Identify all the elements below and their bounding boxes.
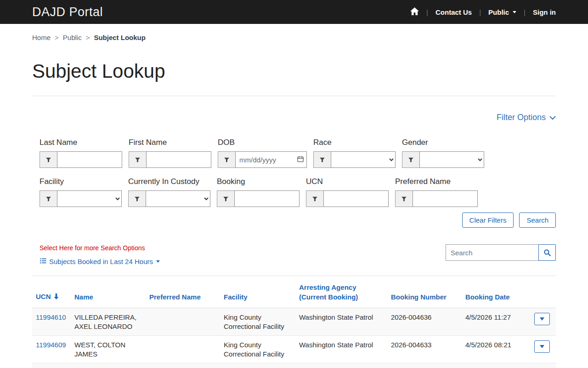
home-icon <box>410 7 419 17</box>
gender-filter-funnel-button[interactable] <box>402 151 419 168</box>
booked-last-24-hours-label: Subjects Booked in Last 24 Hours <box>49 258 153 265</box>
breadcrumb-separator: > <box>86 34 90 41</box>
column-header-arresting-agency[interactable]: Arresting Agency (Current Booking) <box>295 276 387 308</box>
chevron-down-icon <box>540 345 544 348</box>
booking-number-cell: 2026-004633 <box>387 336 462 363</box>
booking-number-cell: 2026-004636 <box>387 308 462 336</box>
race-select[interactable] <box>331 151 396 168</box>
funnel-icon <box>319 157 325 163</box>
home-nav-button[interactable] <box>410 7 419 17</box>
breadcrumb-public[interactable]: Public <box>63 34 82 41</box>
filter-field-booking: Booking <box>217 177 300 207</box>
ucn-link[interactable]: 11994610 <box>36 313 66 321</box>
first-name-input[interactable] <box>146 151 211 168</box>
funnel-icon <box>408 157 414 163</box>
facility-cell: King County Correctional Facility <box>220 308 295 336</box>
facility-cell: King County Correctional Facility <box>220 336 295 363</box>
booking-label: Booking <box>217 177 300 186</box>
public-menu[interactable]: Public <box>488 8 516 16</box>
facility-select[interactable] <box>57 190 122 207</box>
chevron-down-icon <box>540 317 544 321</box>
dob-label: DOB <box>218 138 307 147</box>
preferred-name-cell <box>146 308 220 336</box>
first-name-filter-funnel-button[interactable] <box>129 151 146 168</box>
custody-select[interactable] <box>146 190 210 207</box>
ucn-link[interactable]: 11994609 <box>36 341 66 349</box>
breadcrumb-current: Subject Lookup <box>94 34 146 41</box>
filter-field-gender: Gender <box>402 138 484 168</box>
search-button[interactable]: Search <box>519 213 556 228</box>
filter-field-facility: Facility <box>40 177 122 207</box>
chevron-down-icon <box>156 260 160 263</box>
quick-search-button[interactable] <box>538 244 556 261</box>
facility-filter-funnel-button[interactable] <box>40 190 57 207</box>
gender-select[interactable] <box>419 151 484 168</box>
chevron-down-icon <box>549 113 556 122</box>
gender-label: Gender <box>402 138 484 147</box>
funnel-icon <box>312 196 318 202</box>
breadcrumb-home[interactable]: Home <box>32 34 51 41</box>
booking-filter-funnel-button[interactable] <box>217 190 234 207</box>
agency-cell: Washington State Patrol <box>295 308 387 336</box>
funnel-icon <box>224 157 230 163</box>
contact-us-link[interactable]: Contact Us <box>435 8 472 16</box>
booking-date-cell: 4/5/2026 11:27 <box>462 308 531 336</box>
nav-divider: | <box>479 8 481 16</box>
filter-field-preferred-name: Preferred Name <box>395 177 478 207</box>
column-header-preferred-name[interactable]: Preferred Name <box>146 276 220 308</box>
nav-divider: | <box>426 8 428 16</box>
public-menu-label: Public <box>488 8 509 16</box>
more-search-options-link[interactable]: Select Here for more Search Options <box>40 244 160 252</box>
preferred-name-filter-funnel-button[interactable] <box>395 190 413 207</box>
table-row: 11994610 VILLEDA PEREIRA, AXEL LEONARDO … <box>32 308 556 336</box>
sign-in-link[interactable]: Sign in <box>533 8 556 16</box>
nav-divider: | <box>524 8 526 16</box>
filter-field-dob: DOB <box>218 138 307 168</box>
column-header-ucn[interactable]: UCN <box>32 276 71 308</box>
agency-cell: Washington State Patrol <box>295 336 387 363</box>
column-header-actions <box>531 276 556 308</box>
booking-input[interactable] <box>234 190 300 207</box>
name-cell: VILLEDA PEREIRA, AXEL LEONARDO <box>71 308 146 336</box>
preferred-name-input[interactable] <box>413 190 478 207</box>
column-header-booking-number[interactable]: Booking Number <box>387 276 462 308</box>
column-header-booking-date[interactable]: Booking Date <box>462 276 531 308</box>
column-header-name[interactable]: Name <box>71 276 146 308</box>
quick-search-input[interactable] <box>446 244 538 261</box>
dob-date-input[interactable] <box>235 151 307 168</box>
last-name-input[interactable] <box>57 151 122 168</box>
funnel-icon <box>134 196 140 202</box>
ucn-input[interactable] <box>323 190 389 207</box>
facility-label: Facility <box>40 177 122 186</box>
row-expand-button[interactable] <box>534 313 550 325</box>
filter-options-label: Filter Options <box>497 113 546 122</box>
dob-filter-funnel-button[interactable] <box>218 151 235 168</box>
results-table: UCN Name Preferred Name Facility Arresti… <box>32 276 556 368</box>
results-table-section: UCN Name Preferred Name Facility Arresti… <box>32 276 556 368</box>
booked-last-24-hours-link[interactable]: Subjects Booked in Last 24 Hours <box>40 258 160 265</box>
custody-filter-funnel-button[interactable] <box>128 190 146 207</box>
funnel-icon <box>223 196 229 202</box>
funnel-icon <box>45 196 51 202</box>
ucn-filter-funnel-button[interactable] <box>306 190 323 207</box>
last-name-filter-funnel-button[interactable] <box>40 151 57 168</box>
table-row: 11994608 Garcia-Vista, A King County Cor… <box>32 363 556 368</box>
chevron-down-icon <box>513 11 516 13</box>
name-cell: Garcia-Vista, A <box>71 363 146 368</box>
brand-title[interactable]: DAJD Portal <box>32 5 103 19</box>
row-expand-button[interactable] <box>534 340 550 353</box>
table-row: 11994609 WEST, COLTON JAMES King County … <box>32 336 556 363</box>
ucn-header-label: UCN <box>36 293 51 300</box>
clear-filters-button[interactable]: Clear Filters <box>462 213 514 228</box>
filter-panel: Last Name First Name <box>32 138 556 207</box>
quick-search <box>446 244 556 261</box>
sign-in-label: Sign in <box>533 8 556 16</box>
column-header-facility[interactable]: Facility <box>220 276 295 308</box>
custody-label: Currently In Custody <box>128 177 210 186</box>
filter-options-toggle[interactable]: Filter Options <box>497 113 556 122</box>
page-title: Subject Lookup <box>32 60 556 83</box>
last-name-label: Last Name <box>40 138 122 147</box>
race-filter-funnel-button[interactable] <box>313 151 331 168</box>
title-divider <box>32 96 556 96</box>
filter-field-custody: Currently In Custody <box>128 177 210 207</box>
